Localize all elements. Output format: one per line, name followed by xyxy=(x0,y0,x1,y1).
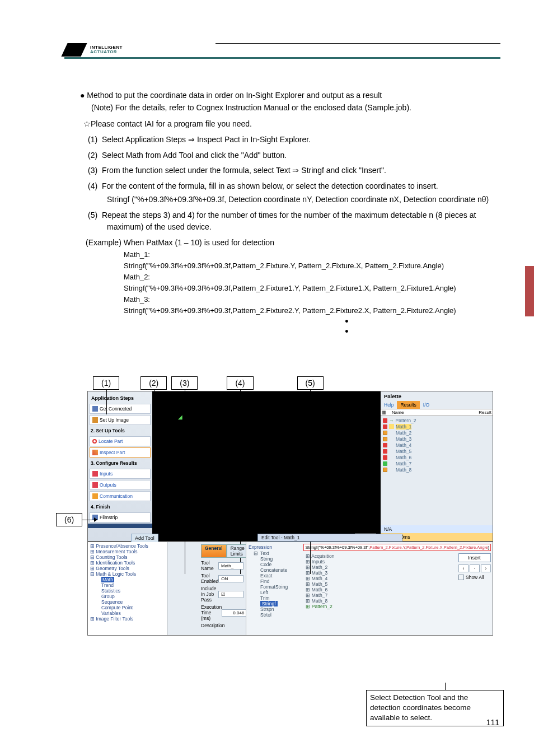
logo-bottom: ACTUATOR xyxy=(90,49,117,54)
row-get-connected[interactable]: Get Connected xyxy=(90,404,151,414)
row-outputs[interactable]: Outputs xyxy=(90,480,151,490)
result-math3[interactable]: Math_3 xyxy=(383,436,490,442)
args-right: Insert ‹ · › Show All xyxy=(458,553,491,609)
result-math4[interactable]: Math_4 xyxy=(383,442,490,448)
tree-statistics[interactable]: Statistics xyxy=(89,588,166,594)
arg-math2[interactable]: ⊞ Math_2 xyxy=(303,564,455,570)
arg-math3[interactable]: ⊞ Math_3 xyxy=(303,570,455,576)
result-math1[interactable]: Math_1 xyxy=(383,423,490,430)
nav-mid-button[interactable]: · xyxy=(470,564,480,572)
row-communication[interactable]: Communication xyxy=(90,491,151,501)
args-column: Stringf("%+09.3f%+09.3f%+09.3f",Pattern_… xyxy=(302,542,493,635)
field-tool-name: Tool NameMath_ xyxy=(201,560,243,571)
header-rule-thick xyxy=(64,57,500,59)
row-inputs[interactable]: Inputs xyxy=(90,469,151,479)
func-formatstring[interactable]: FormatString xyxy=(248,584,300,590)
hdr-name: Name xyxy=(392,410,479,415)
palette-panel: Palette Help Results I/O ▦ Name Result →… xyxy=(381,391,493,541)
step-2: (2) Select Math from Add Tool and click … xyxy=(64,150,500,162)
tree-trend[interactable]: Trend xyxy=(89,582,166,588)
func-code[interactable]: Code xyxy=(248,562,300,567)
arg-inputs[interactable]: ⊞ Inputs xyxy=(303,559,455,564)
tree-math-logic[interactable]: ⊟ Math & Logic Tools xyxy=(89,571,166,577)
arg-pattern2[interactable]: ⊞ Pattern_2 xyxy=(303,604,455,609)
row-inspect-part[interactable]: Inspect Part xyxy=(90,447,151,458)
tree-identification[interactable]: ⊞ Identification Tools xyxy=(89,560,166,566)
func-text[interactable]: ⊟ Text xyxy=(248,550,300,556)
func-string[interactable]: String xyxy=(248,556,300,562)
palette-title: Palette xyxy=(381,391,493,401)
step-5-text: Repeat the steps 3) and 4) for the numbe… xyxy=(102,211,476,232)
nav-right-button[interactable]: › xyxy=(481,564,491,572)
tree-sequence[interactable]: Sequence xyxy=(89,599,166,605)
arg-math6[interactable]: ⊞ Math_6 xyxy=(303,587,455,592)
step-2-text: Select Math from Add Tool and click the … xyxy=(102,151,287,160)
status-led-icon xyxy=(383,437,387,441)
tree-geometry[interactable]: ⊞ Geometry Tools xyxy=(89,566,166,571)
bottom-note-text: Select Detection Tool and the detection … xyxy=(370,693,471,722)
exec-value: 0.046 xyxy=(222,609,247,617)
func-stringf-row[interactable]: Stringf xyxy=(248,601,300,606)
show-all-row[interactable]: Show All xyxy=(458,575,491,580)
result-math6[interactable]: Math_6 xyxy=(383,454,490,460)
row-setup-image[interactable]: Set Up Image xyxy=(90,415,151,425)
arg-math5[interactable]: ⊞ Math_5 xyxy=(303,581,455,587)
desc-textarea[interactable] xyxy=(201,630,243,651)
step-1: (1) Select Application Steps ⇒ Inspect P… xyxy=(64,134,500,146)
tab-general[interactable]: General xyxy=(201,544,227,558)
tree-group[interactable]: Group xyxy=(89,594,166,599)
add-tool-tab[interactable]: Add Tool xyxy=(131,534,158,543)
callout-1-text: (1) xyxy=(101,379,111,388)
continuation-dots: •• xyxy=(64,316,500,337)
inputs-label: Inputs xyxy=(100,471,113,477)
tab-range-limits[interactable]: Range Limits xyxy=(227,544,249,558)
row-filmstrip[interactable]: Filmstrip xyxy=(90,512,151,522)
func-find[interactable]: Find xyxy=(248,578,300,584)
math1-label: Math_1 xyxy=(396,424,411,430)
math4-label: Math_4 xyxy=(396,442,411,448)
tree-presence[interactable]: ⊞ Presence/Absence Tools xyxy=(89,543,166,549)
tab-results[interactable]: Results xyxy=(397,401,419,409)
include-checkbox[interactable]: ☑ xyxy=(218,591,243,598)
func-left[interactable]: Left xyxy=(248,590,300,595)
math-icon xyxy=(389,424,394,429)
tree-counting[interactable]: ⊟ Counting Tools xyxy=(89,554,166,560)
tree-variables[interactable]: Variables xyxy=(89,610,166,616)
arg-math7[interactable]: ⊞ Math_7 xyxy=(303,592,455,598)
callout-6-text: (6) xyxy=(64,515,74,524)
results-header: ▦ Name Result xyxy=(381,409,493,416)
row-locate-part[interactable]: Locate Part xyxy=(90,436,151,446)
result-math8[interactable]: Math_8 xyxy=(383,466,490,473)
arg-math8[interactable]: ⊞ Math_8 xyxy=(303,598,455,604)
math8-label: Math_8 xyxy=(396,467,411,473)
func-concat[interactable]: Concatenate xyxy=(248,567,300,573)
nav-left-button[interactable]: ‹ xyxy=(458,564,469,572)
func-strspn[interactable]: Strspn xyxy=(248,606,300,612)
arg-acquisition[interactable]: ⊞ Acquisition xyxy=(303,553,455,559)
tool-name-value[interactable]: Math_ xyxy=(218,562,243,570)
func-strtol[interactable]: Strtol xyxy=(248,612,300,618)
expression-input[interactable]: Stringf("%+09.3f%+09.3f%+09.3f",Pattern_… xyxy=(303,544,491,551)
tab-help[interactable]: Help xyxy=(381,401,397,409)
connect-icon xyxy=(92,406,98,412)
callout-5-text: (5) xyxy=(306,379,315,388)
result-math2[interactable]: Math_2 xyxy=(383,430,490,436)
arg-math4[interactable]: ⊞ Math_4 xyxy=(303,576,455,581)
result-math5[interactable]: Math_5 xyxy=(383,448,490,454)
tree-image-filter[interactable]: ⊞ Image Filter Tools xyxy=(89,616,166,622)
tree-measurement[interactable]: ⊞ Measurement Tools xyxy=(89,549,166,554)
tree-compute-point[interactable]: Compute Point xyxy=(89,605,166,610)
func-exact[interactable]: Exact xyxy=(248,573,300,578)
tool-enabled-value[interactable]: ON xyxy=(218,575,243,582)
insert-button[interactable]: Insert xyxy=(458,553,491,562)
nav-buttons: ‹ · › xyxy=(458,564,491,572)
result-pattern2[interactable]: →Pattern_2 xyxy=(383,417,490,423)
tree-node-math[interactable]: Math xyxy=(89,577,166,582)
image-canvas[interactable]: ◢ Offline xyxy=(152,391,381,541)
func-trim[interactable]: Trim xyxy=(248,595,300,601)
arg-pattern2-label: Pattern_2 xyxy=(312,604,332,609)
result-math7[interactable]: Math_7 xyxy=(383,460,490,466)
args-grid: ⊞ Acquisition ⊞ Inputs ⊞ Math_2 ⊞ Math_3… xyxy=(303,553,491,609)
tab-io[interactable]: I/O xyxy=(420,401,433,409)
field-tool-enabled: Tool EnabledON xyxy=(201,573,243,584)
